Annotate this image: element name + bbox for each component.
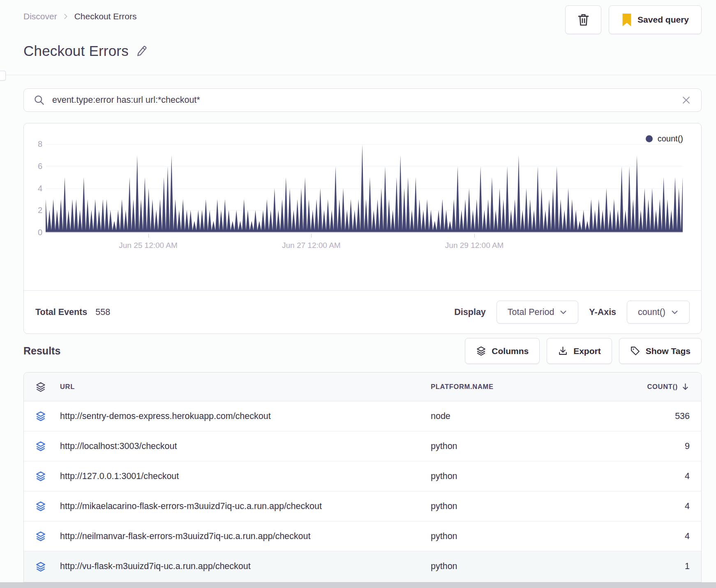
display-value: Total Period — [508, 307, 554, 317]
count-series-area — [46, 144, 683, 232]
yaxis-label: Y-Axis — [589, 307, 616, 317]
chart-panel: count() 02468 Jun 25 12:00 AMJun 27 12:0… — [23, 123, 702, 334]
column-header-count[interactable]: COUNT() — [620, 382, 690, 391]
yaxis-dropdown[interactable]: count() — [627, 301, 690, 324]
y-tick-label: 0 — [26, 228, 42, 237]
cell-platform[interactable]: node — [431, 411, 620, 421]
yaxis-value: count() — [638, 307, 665, 317]
legend-label: count() — [658, 134, 683, 144]
cell-count[interactable]: 4 — [620, 531, 690, 542]
columns-button-label: Columns — [492, 346, 529, 356]
search-bar — [23, 88, 702, 112]
x-tick-label: Jun 29 12:00 AM — [445, 241, 504, 250]
results-bar: Results Columns Export Show Tags — [23, 338, 702, 364]
chart-footer: Total Events 558 Display Total Period Y-… — [24, 291, 701, 333]
breadcrumb: Discover Checkout Errors — [23, 12, 136, 21]
stack-icon[interactable] — [35, 382, 46, 392]
events-area-chart[interactable] — [46, 144, 683, 233]
table-row[interactable]: http://neilmanvar-flask-errors-m3uuizd7i… — [24, 521, 701, 551]
x-tick-label: Jun 27 12:00 AM — [282, 241, 341, 250]
results-buttons: Columns Export Show Tags — [465, 338, 702, 364]
cell-platform[interactable]: python — [431, 561, 620, 572]
export-button-label: Export — [573, 346, 601, 356]
chevron-down-icon — [671, 308, 679, 316]
stack-icon — [476, 346, 486, 356]
clear-search-button[interactable] — [681, 95, 691, 105]
page-title: Checkout Errors — [23, 43, 129, 59]
display-dropdown[interactable]: Total Period — [497, 301, 579, 324]
stack-icon[interactable] — [35, 531, 46, 542]
cell-count[interactable]: 536 — [620, 411, 690, 421]
x-tick — [148, 234, 149, 238]
discover-page: Discover Checkout Errors Saved query Che… — [0, 0, 716, 588]
results-table: URL PLATFORM.NAME COUNT() http://sentry-… — [23, 372, 702, 582]
cell-count[interactable]: 9 — [620, 441, 690, 451]
sidebar-collapse-handle[interactable] — [0, 71, 6, 81]
column-header-url[interactable]: URL — [60, 383, 431, 391]
cell-count[interactable]: 4 — [620, 471, 690, 482]
export-button[interactable]: Export — [547, 338, 612, 364]
total-events-value: 558 — [95, 307, 110, 317]
stack-icon[interactable] — [35, 411, 46, 421]
show-tags-button[interactable]: Show Tags — [619, 338, 702, 364]
y-axis-labels: 02468 — [26, 144, 42, 233]
table-row[interactable]: http://localhost:3003/checkout python 9 — [24, 431, 701, 461]
cell-url[interactable]: http://127.0.0.1:3001/checkout — [60, 471, 431, 482]
area-chart-svg — [46, 144, 683, 232]
pencil-icon[interactable] — [135, 44, 148, 58]
cell-platform[interactable]: python — [431, 531, 620, 542]
trash-icon — [577, 13, 590, 27]
cell-url[interactable]: http://neilmanvar-flask-errors-m3uuizd7i… — [60, 531, 431, 542]
show-tags-button-label: Show Tags — [646, 346, 691, 356]
stack-icon[interactable] — [35, 471, 46, 482]
columns-button[interactable]: Columns — [465, 338, 540, 364]
cell-platform[interactable]: python — [431, 441, 620, 451]
cell-url[interactable]: http://vu-flask-m3uuizd7iq-uc.a.run.app/… — [60, 561, 431, 572]
x-tick-label: Jun 25 12:00 AM — [119, 241, 178, 250]
chevron-down-icon — [559, 308, 567, 316]
cell-url[interactable]: http://mikaelacarino-flask-errors-m3uuiz… — [60, 501, 431, 512]
table-row[interactable]: http://sentry-demos-express.herokuapp.co… — [24, 401, 701, 431]
x-tick — [311, 234, 312, 238]
table-header-row: URL PLATFORM.NAME COUNT() — [24, 373, 701, 401]
cell-url[interactable]: http://localhost:3003/checkout — [60, 441, 431, 451]
table-row[interactable]: http://mikaelacarino-flask-errors-m3uuiz… — [24, 491, 701, 521]
stack-icon[interactable] — [35, 441, 46, 451]
display-label: Display — [454, 307, 485, 317]
page-title-row: Checkout Errors — [23, 43, 148, 59]
stack-icon[interactable] — [35, 561, 46, 572]
x-tick — [474, 234, 475, 238]
chart-legend[interactable]: count() — [646, 134, 683, 144]
y-tick-label: 2 — [26, 206, 42, 215]
saved-query-button[interactable]: Saved query — [609, 5, 702, 34]
cell-platform[interactable]: python — [431, 501, 620, 512]
bookmark-icon — [621, 14, 632, 26]
column-header-platform[interactable]: PLATFORM.NAME — [431, 383, 620, 391]
chart-controls: Display Total Period Y-Axis count() — [454, 301, 690, 324]
header-actions: Saved query — [565, 5, 702, 34]
horizontal-scrollbar[interactable] — [0, 582, 716, 588]
page-header: Discover Checkout Errors Saved query Che… — [0, 0, 716, 75]
table-row[interactable]: http://127.0.0.1:3001/checkout python 4 — [24, 461, 701, 491]
chevron-right-icon — [63, 14, 69, 19]
saved-query-label: Saved query — [637, 15, 689, 25]
total-events-label: Total Events — [35, 307, 87, 317]
y-tick-label: 6 — [26, 162, 42, 171]
cell-count[interactable]: 1 — [620, 561, 690, 572]
search-input[interactable] — [52, 95, 674, 105]
delete-query-button[interactable] — [565, 5, 601, 34]
tag-icon — [630, 346, 640, 356]
table-row[interactable]: http://vu-flask-m3uuizd7iq-uc.a.run.app/… — [24, 551, 701, 581]
cell-url[interactable]: http://sentry-demos-express.herokuapp.co… — [60, 411, 431, 421]
table-body: http://sentry-demos-express.herokuapp.co… — [24, 401, 701, 581]
search-icon — [34, 95, 45, 106]
results-heading: Results — [23, 345, 60, 357]
cell-platform[interactable]: python — [431, 471, 620, 482]
y-tick-label: 8 — [26, 139, 42, 149]
legend-dot — [646, 135, 653, 142]
download-icon — [558, 346, 568, 356]
breadcrumb-discover-link[interactable]: Discover — [23, 12, 57, 21]
total-events: Total Events 558 — [35, 307, 110, 317]
cell-count[interactable]: 4 — [620, 501, 690, 512]
stack-icon[interactable] — [35, 501, 46, 512]
